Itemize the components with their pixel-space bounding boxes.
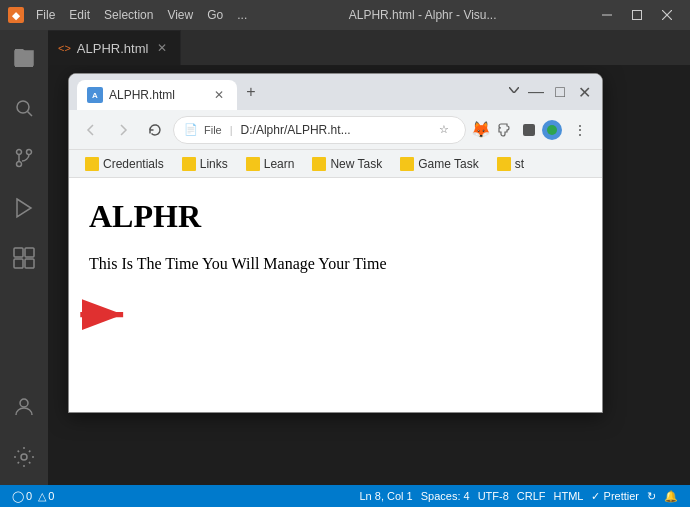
refresh-button[interactable] [141,116,169,144]
status-position[interactable]: Ln 8, Col 1 [356,485,417,507]
svg-point-20 [547,125,557,135]
svg-point-16 [21,454,27,460]
bookmark-folder-icon [85,157,99,171]
status-spaces[interactable]: Spaces: 4 [417,485,474,507]
svg-rect-14 [25,259,34,268]
menu-more[interactable]: ... [231,6,253,24]
browser-minimize-btn[interactable]: — [526,82,546,102]
svg-rect-12 [25,248,34,257]
spaces-label: Spaces: 4 [421,490,470,502]
error-count: 0 [26,490,32,502]
minimize-button[interactable] [592,0,622,30]
activity-bar [0,30,48,485]
square-extension-icon[interactable] [518,119,540,141]
browser-toolbar: 📄 File | D:/Alphr/ALPHR.ht... ☆ 🦊 [69,110,602,150]
svg-rect-11 [14,248,23,257]
browser-menu-button[interactable]: ⋮ [566,116,594,144]
forward-button[interactable] [109,116,137,144]
activity-git[interactable] [0,134,48,182]
bookmark-label: Links [200,157,228,171]
browser-tab[interactable]: A ALPHR.html ✕ [77,80,237,110]
activity-settings[interactable] [0,433,48,481]
bookmark-star-button[interactable]: ☆ [433,119,455,141]
bookmark-links[interactable]: Links [174,153,236,175]
browser-new-tab-button[interactable]: + [237,78,265,106]
bookmark-st[interactable]: st [489,153,532,175]
address-separator: | [230,124,233,136]
svg-point-5 [17,101,29,113]
browser-tab-title: ALPHR.html [109,88,175,102]
window-controls [592,0,682,30]
page-paragraph: This Is The Time You Will Manage Your Ti… [89,255,582,273]
browser-favicon: A [87,87,103,103]
svg-point-9 [17,162,22,167]
svg-line-6 [28,112,33,117]
bookmark-credentials[interactable]: Credentials [77,153,172,175]
sync-icon: ↻ [647,490,656,503]
menu-selection[interactable]: Selection [98,6,159,24]
bookmarks-bar: Credentials Links Learn New Task [69,150,602,178]
bookmark-folder-icon [182,157,196,171]
line-ending-label: CRLF [517,490,546,502]
puzzle-extension-icon[interactable] [494,119,516,141]
bell-icon: 🔔 [664,490,678,503]
bookmark-learn[interactable]: Learn [238,153,303,175]
activity-debug[interactable] [0,184,48,232]
svg-point-15 [20,399,28,407]
maximize-button[interactable] [622,0,652,30]
activity-explorer[interactable] [0,34,48,82]
editor-tab-alphr[interactable]: <> ALPHR.html ✕ [48,30,181,65]
bookmark-label: Credentials [103,157,164,171]
browser-tab-close-button[interactable]: ✕ [211,88,227,102]
status-sync[interactable]: ↻ [643,485,660,507]
language-label: HTML [554,490,584,502]
window-title: ALPHR.html - Alphr - Visu... [259,8,586,22]
activity-account[interactable] [0,383,48,431]
menu-go[interactable]: Go [201,6,229,24]
status-right: Ln 8, Col 1 Spaces: 4 UTF-8 CRLF HTML ✓ … [356,485,683,507]
status-bell[interactable]: 🔔 [660,485,682,507]
warning-icon: △ [38,490,46,503]
bookmark-folder-icon [312,157,326,171]
status-errors[interactable]: ◯ 0 △ 0 [8,485,58,507]
bookmark-game-task[interactable]: Game Task [392,153,486,175]
back-button[interactable] [77,116,105,144]
menu-file[interactable]: File [30,6,61,24]
activity-search[interactable] [0,84,48,132]
fox-extension-icon[interactable]: 🦊 [470,119,492,141]
menu-edit[interactable]: Edit [63,6,96,24]
svg-marker-10 [17,199,31,217]
svg-point-7 [17,150,22,155]
close-button[interactable] [652,0,682,30]
bookmark-new-task[interactable]: New Task [304,153,390,175]
address-text: D:/Alphr/ALPHR.ht... [241,123,427,137]
address-actions: ☆ [433,119,455,141]
green-extension-icon[interactable] [542,120,562,140]
status-encoding[interactable]: UTF-8 [474,485,513,507]
titlebar-menus: File Edit Selection View Go ... [30,6,253,24]
status-line-ending[interactable]: CRLF [513,485,550,507]
browser-dropdown-btn[interactable] [506,82,522,98]
editor-area: <> ALPHR.html ✕ 1 2 3 4 5 6 7 8 [48,30,690,485]
tab-close-button[interactable]: ✕ [154,40,170,56]
browser-restore-btn[interactable]: □ [550,82,570,102]
address-bar[interactable]: 📄 File | D:/Alphr/ALPHR.ht... ☆ [173,116,466,144]
status-language[interactable]: HTML [550,485,588,507]
svg-rect-1 [633,11,642,20]
bookmark-folder-icon [497,157,511,171]
titlebar: ◆ File Edit Selection View Go ... ALPHR.… [0,0,690,30]
file-label: File [204,124,222,136]
menu-view[interactable]: View [161,6,199,24]
tab-bar: <> ALPHR.html ✕ [48,30,690,65]
browser-close-btn[interactable]: ✕ [574,82,594,102]
tab-filename: ALPHR.html [77,41,149,56]
browser-titlebar: A ALPHR.html ✕ + — □ ✕ [69,74,602,110]
tab-file-icon: <> [58,42,71,54]
activity-extensions[interactable] [0,234,48,282]
status-prettier[interactable]: ✓ Prettier [587,485,643,507]
error-icon: ◯ [12,490,24,503]
svg-rect-19 [523,124,535,136]
browser-window-controls: — □ ✕ [506,82,594,102]
bookmark-label: Learn [264,157,295,171]
bookmark-label: st [515,157,524,171]
